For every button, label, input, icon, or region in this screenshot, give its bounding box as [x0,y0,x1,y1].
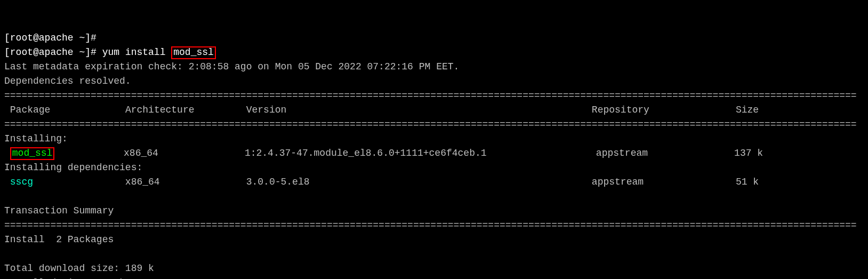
pkg-sscg-arch: x86_64 [125,177,160,187]
pkg-sscg-repo: appstream [592,177,644,187]
hr-mid: ========================================… [4,119,857,130]
terminal-output: [root@apache ~]# [root@apache ~]# yum in… [4,31,864,279]
dependencies-line: Dependencies resolved. [4,76,131,86]
hr-bottom: ========================================… [4,220,857,230]
transaction-summary-label: Transaction Summary [4,205,114,216]
pkg-sscg-version: 3.0.0-5.el8 [246,177,310,187]
pkg-sscg-size: 51 k [736,177,759,187]
pkg-mod-ssl-arch: x86_64 [124,148,158,158]
col-arch: Architecture [125,105,195,115]
metadata-line: Last metadata expiration check: 2:08:58 … [4,61,459,72]
command-mod-ssl: mod_ssl [171,46,216,59]
download-size: Total download size: 189 k [4,263,154,274]
col-repo: Repository [592,105,649,115]
col-version: Version [246,105,287,115]
install-count: Install 2 Packages [4,234,114,245]
pkg-mod-ssl: mod_ssl [10,147,55,160]
command-yum-install: yum install [102,47,172,58]
col-size: Size [736,105,759,115]
pkg-mod-ssl-size: 137 k [734,148,763,158]
pkg-mod-ssl-version: 1:2.4.37-47.module_el8.6.0+1111+ce6f4ceb… [245,148,487,158]
prompt: [root@apache ~]# [4,47,102,58]
pkg-mod-ssl-repo: appstream [596,148,648,158]
prompt-empty: [root@apache ~]# [4,33,97,43]
col-package: Package [10,105,51,115]
hr-top: ========================================… [4,90,857,101]
installing-label: Installing: [4,133,68,144]
installing-deps-label: Installing dependencies: [4,162,142,173]
pkg-sscg: sscg [10,177,33,187]
